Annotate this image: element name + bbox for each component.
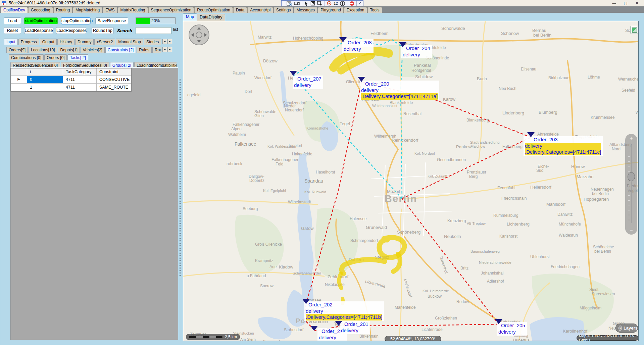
tab-map[interactable]: Map [183, 13, 197, 21]
scale-label: 2,5 km [225, 335, 237, 339]
tab-dummy[interactable]: Dummy [75, 39, 94, 45]
tab-scroll-left[interactable]: ◄ [162, 47, 167, 52]
overview-map-button[interactable] [630, 26, 638, 34]
map-attribution: Map © 1987 - 2025 HERE / PTV GmbH [577, 335, 638, 341]
menu-tab-routing[interactable]: Routing [53, 7, 72, 13]
layers-button[interactable]: ▼ Layers [615, 324, 638, 333]
zoom-tick [628, 171, 630, 171]
zoom-handle[interactable] [628, 172, 635, 181]
panel-splitter[interactable] [178, 13, 182, 343]
tab-input[interactable]: Input [4, 39, 18, 45]
application-window: 58cc24cf-6011-468d-a07c-9fb2975832d9 del… [0, 0, 644, 345]
menu-tab-routeoptimization[interactable]: RouteOptimization [194, 7, 233, 13]
grid-header-constraint[interactable]: Constraint [97, 68, 131, 76]
tab-constraints-2[interactable]: Constraints [2] [105, 47, 136, 53]
map-pan-control[interactable] [189, 24, 209, 45]
tab-xserver2[interactable]: xServer2 [94, 39, 115, 45]
grid-cell-0-constraint[interactable]: CONSECUTIVE [97, 76, 131, 84]
row-marker[interactable]: ▶ [11, 76, 27, 84]
depot-truck-icon[interactable] [183, 21, 639, 341]
cursor-region-icon[interactable] [317, 1, 323, 6]
map-canvas[interactable]: MarwitzHohenschöppingFeldheimSchönwaldeS… [183, 21, 639, 341]
round-trip-button[interactable]: RoundTrip [92, 27, 114, 34]
pan-left-arrow[interactable] [191, 33, 194, 37]
tab-tasks-2[interactable]: Tasks[ 2] [67, 54, 88, 60]
menu-tab-messages[interactable]: Messages [294, 7, 317, 13]
menu-tab-settings[interactable]: Settings [274, 7, 293, 13]
optimization-progress-bar: 20% [136, 17, 176, 24]
menu-tab-exception[interactable]: Exception [344, 7, 367, 13]
camera-icon[interactable] [294, 1, 300, 6]
tab-orders-0[interactable]: Orders [0] [44, 54, 67, 60]
menu-tab-strip: OptiflowDevGeocodingRoutingMapMatchingEW… [0, 6, 644, 13]
chevron-left-icon[interactable]: < [359, 1, 361, 6]
load-button[interactable]: Load [4, 17, 21, 24]
tab-combinations-0[interactable]: Combinations [0] [9, 54, 44, 60]
close-button[interactable]: ✕ [631, 0, 643, 6]
tab-scroll-left[interactable]: ◄ [162, 39, 167, 44]
menu-tab-optiflowdev[interactable]: OptiflowDev [1, 7, 28, 13]
no-entry-icon[interactable] [349, 1, 354, 6]
window-settings-icon[interactable] [287, 1, 292, 6]
select-region-icon[interactable] [310, 1, 315, 6]
tab-history[interactable]: History [57, 39, 75, 45]
grid-cell-1-constraint[interactable]: SAME_ROUTE [97, 84, 131, 91]
tab-vehicles-2[interactable]: Vehicles[2] [81, 47, 105, 53]
grid-header-i[interactable]: i [27, 68, 63, 76]
zoom-in-button[interactable]: + [625, 135, 637, 141]
tab-scroll-right[interactable]: ► [167, 39, 172, 44]
tab-scroll-right[interactable]: ► [167, 47, 172, 52]
menu-tab-geocoding[interactable]: Geocoding [28, 7, 53, 13]
tab-output[interactable]: Output [40, 39, 57, 45]
grid-header-taskcategory[interactable]: TaskCategory [63, 68, 97, 76]
maximize-button[interactable]: ▢ [620, 0, 631, 6]
pan-down-arrow[interactable] [197, 40, 201, 43]
search-input[interactable] [136, 27, 171, 34]
save-response-button[interactable]: SaveResponse [95, 17, 128, 24]
tab-progress[interactable]: Progress [18, 39, 39, 45]
zoom-tick [628, 195, 630, 196]
main-tabs: InputProgressOutputHistoryDummyxServer2M… [4, 38, 162, 45]
tab-rules[interactable]: Rules [137, 47, 152, 53]
menu-tab-accountapi[interactable]: AccountApi [247, 7, 273, 13]
menu-tab-sequenceoptimization[interactable]: SequenceOptimization [148, 7, 194, 13]
grid-cell-0-i[interactable]: 0 [27, 76, 63, 84]
load-responses-button[interactable]: LoadResponses [56, 27, 86, 34]
cursor-coordinates: 52,604846°, 13,032793° [385, 336, 441, 341]
menu-tab-ews[interactable]: EWS [103, 7, 117, 13]
grid-corner [11, 68, 27, 76]
tab-routes[interactable]: Routes [152, 47, 161, 53]
map-zoom-slider[interactable]: + − [625, 134, 637, 235]
tab-datadisplay[interactable]: DataDisplay [197, 14, 225, 21]
row-marker[interactable] [11, 84, 27, 91]
menu-tab-data[interactable]: Data [233, 7, 247, 13]
cursor-icon[interactable] [304, 1, 308, 6]
tab-locations-10[interactable]: Locations[10] [29, 47, 57, 53]
pan-right-arrow[interactable] [204, 33, 207, 37]
pan-up-arrow[interactable] [197, 27, 201, 30]
menu-tab-matrixrouting[interactable]: MatrixRouting [118, 7, 148, 13]
pan-center[interactable] [196, 32, 202, 38]
reset-button[interactable]: Reset [4, 27, 21, 34]
start-optimization-button[interactable]: startOptimization [24, 17, 58, 24]
load-response-button[interactable]: LoadResponse [24, 27, 53, 34]
tab-manual-stop[interactable]: Manual Stop [116, 39, 143, 45]
debug-toolbar: 12 < [281, 0, 363, 6]
grid-cell-0-taskcategory[interactable]: 4711 [63, 76, 97, 84]
tab-depots-1[interactable]: Depots[1] [58, 47, 80, 53]
errors-icon[interactable] [327, 1, 332, 6]
grid-cell-1-i[interactable]: 1 [27, 84, 63, 91]
stop-optimization-button[interactable]: stopOptimization [61, 17, 91, 24]
grid-cell-1-taskcategory[interactable]: 4711 [63, 84, 97, 91]
tab-stories[interactable]: Stories [144, 39, 161, 45]
menu-tab-playground[interactable]: Playground [318, 7, 344, 13]
menu-tab-mapmatching[interactable]: MapMatching [73, 7, 102, 13]
toolbar-grip-handle[interactable] [283, 1, 285, 6]
zoom-track[interactable] [631, 145, 632, 223]
menu-tab-tools[interactable]: Tools [367, 7, 382, 13]
zoom-out-button[interactable]: − [625, 227, 637, 233]
input-tabs: Orders[9]Locations[10]Depots[1]Vehicles[… [6, 46, 161, 53]
accessibility-icon[interactable] [340, 1, 345, 6]
tab-orders-9[interactable]: Orders[9] [6, 47, 28, 53]
minimize-button[interactable]: — [608, 0, 620, 6]
